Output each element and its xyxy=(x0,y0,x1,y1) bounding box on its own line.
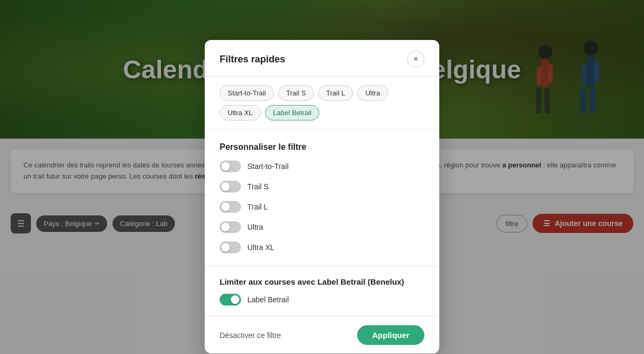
toggle-track-3 xyxy=(220,221,241,233)
toggle-row-2: Trail L xyxy=(220,201,424,213)
toggle-track-4 xyxy=(220,242,241,253)
toggle-thumb-0 xyxy=(221,162,230,171)
quick-pill-1[interactable]: Trail S xyxy=(278,85,314,101)
modal-title: Filtres rapides xyxy=(220,54,285,65)
betrail-toggle[interactable] xyxy=(220,294,241,305)
quick-pill-0[interactable]: Start-to-Trail xyxy=(220,85,274,101)
toggle-row-1: Trail S xyxy=(220,181,424,192)
personalize-section: Personnaliser le filtre Start-to-TrailTr… xyxy=(205,130,439,267)
toggle-label-1: Trail S xyxy=(247,182,269,191)
toggle-switch-1[interactable] xyxy=(220,181,241,192)
toggle-switch-3[interactable] xyxy=(220,221,241,233)
toggle-track-0 xyxy=(220,160,241,172)
toggle-label-0: Start-to-Trail xyxy=(247,162,288,171)
betrail-label: Label Betrail xyxy=(247,295,289,304)
toggle-row-0: Start-to-Trail xyxy=(220,160,424,172)
toggle-track-2 xyxy=(220,201,241,213)
toggle-row-4: Ultra XL xyxy=(220,242,424,253)
quick-pill-2[interactable]: Trail L xyxy=(318,85,353,101)
close-icon: × xyxy=(413,54,418,64)
deactivate-button[interactable]: Désactiver ce filtre xyxy=(220,331,281,340)
filter-modal: Filtres rapides × Start-to-TrailTrail ST… xyxy=(205,40,439,353)
betrail-section: Limiter aux courses avec Label Betrail (… xyxy=(205,267,439,317)
toggle-row-3: Ultra xyxy=(220,221,424,233)
betrail-title: Limiter aux courses avec Label Betrail (… xyxy=(220,277,424,286)
toggle-label-2: Trail L xyxy=(247,203,268,211)
toggle-thumb-4 xyxy=(221,243,230,252)
deactivate-label: Désactiver ce filtre xyxy=(220,331,281,340)
apply-button[interactable]: Appliquer xyxy=(357,325,424,345)
quick-pill-5[interactable]: Label Betrail xyxy=(265,105,319,120)
quick-pill-4[interactable]: Ultra XL xyxy=(220,105,261,120)
quick-pill-3[interactable]: Ultra xyxy=(357,85,388,101)
toggle-switch-2[interactable] xyxy=(220,201,241,213)
personalize-title: Personnaliser le filtre xyxy=(220,142,424,152)
toggle-switch-0[interactable] xyxy=(220,160,241,172)
toggle-label-3: Ultra xyxy=(247,223,263,231)
betrail-toggle-row: Label Betrail xyxy=(220,294,424,305)
quick-filter-pills: Start-to-TrailTrail STrail LUltraUltra X… xyxy=(205,77,439,130)
modal-header: Filtres rapides × xyxy=(205,40,439,77)
betrail-track xyxy=(220,294,241,305)
toggle-label-4: Ultra XL xyxy=(247,243,275,252)
modal-close-button[interactable]: × xyxy=(407,51,424,68)
toggle-track-1 xyxy=(220,181,241,192)
toggle-thumb-3 xyxy=(221,223,230,231)
betrail-thumb xyxy=(231,295,239,304)
toggle-thumb-2 xyxy=(221,203,230,211)
toggle-thumb-1 xyxy=(221,182,230,191)
modal-footer: Désactiver ce filtre Appliquer xyxy=(205,317,439,353)
toggle-switch-4[interactable] xyxy=(220,242,241,253)
toggles-container: Start-to-TrailTrail STrail LUltraUltra X… xyxy=(220,160,424,253)
apply-label: Appliquer xyxy=(372,331,409,340)
